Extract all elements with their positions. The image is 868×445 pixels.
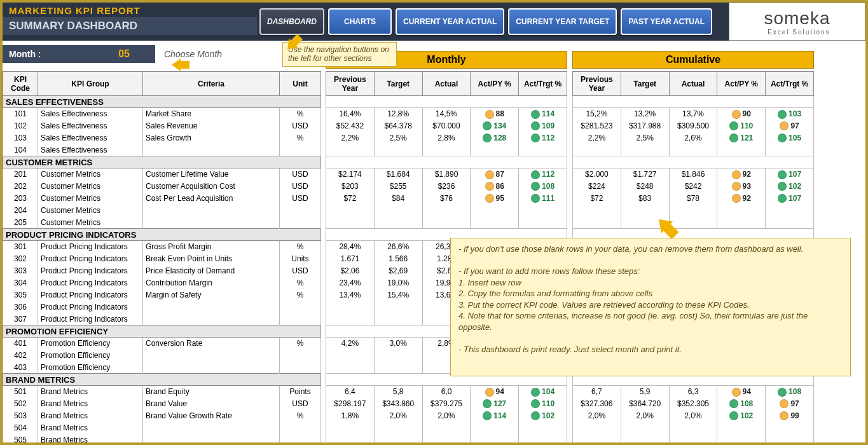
pct-cell: 102 — [519, 410, 567, 422]
data-cell: $1.684 — [374, 168, 422, 181]
data-cell — [422, 144, 471, 156]
data-cell: $236 — [422, 181, 471, 193]
data-cell: 28,4% — [326, 241, 375, 253]
data-cell: 2,0% — [573, 410, 621, 422]
data-cell: $317.988 — [621, 120, 669, 132]
data-cell: $352.305 — [669, 398, 717, 410]
nav-py-actual[interactable]: PAST YEAR ACTUAL — [621, 8, 712, 35]
data-cell — [422, 217, 471, 229]
data-cell — [669, 434, 717, 443]
data-cell — [326, 362, 375, 374]
data-cell: 4,2% — [326, 338, 375, 350]
pct-cell: 114 — [471, 410, 519, 422]
pct-cell: 87 — [471, 168, 519, 181]
table-row: 504Brand Metrics — [3, 422, 321, 434]
nav-charts[interactable]: CHARTS — [328, 8, 392, 35]
table-row: 6,45,86,094104 — [326, 386, 567, 398]
data-cell: $203 — [326, 181, 375, 193]
pct-cell: 88 — [471, 108, 519, 120]
pct-cell: 94 — [717, 386, 766, 398]
data-cell — [669, 144, 717, 156]
data-cell: 6,3 — [669, 386, 717, 398]
data-cell — [621, 422, 669, 434]
data-cell: $78 — [669, 193, 717, 205]
table-row: 301Product Pricing IndicatorsGross Profi… — [3, 241, 321, 253]
table-row — [326, 205, 567, 217]
table-row — [326, 217, 567, 229]
header-bar: MARKETING KPI REPORT SUMMARY DASHBOARD D… — [3, 3, 865, 41]
data-cell: $52.432 — [326, 120, 375, 132]
pct-cell: 108 — [766, 386, 814, 398]
data-cell — [374, 422, 422, 434]
nav-cy-actual[interactable]: CURRENT YEAR ACTUAL — [396, 8, 504, 35]
data-cell — [374, 205, 422, 217]
pct-cell: 127 — [471, 398, 519, 410]
data-cell — [621, 434, 669, 443]
nav-cy-target[interactable]: CURRENT YEAR TARGET — [508, 8, 617, 35]
table-row: 202Customer MetricsCustomer Acquisition … — [3, 181, 321, 193]
table-row: 505Brand Metrics — [3, 434, 321, 443]
data-cell — [621, 144, 669, 156]
data-cell: 2,0% — [374, 410, 422, 422]
table-row: 402Promotion Efficiency — [3, 350, 321, 362]
data-cell: 1.566 — [374, 253, 422, 265]
pct-cell: 99 — [766, 410, 814, 422]
table-row: 101Sales EffectivenessMarket Share% — [3, 108, 321, 120]
table-row: 6,75,96,394108 — [573, 386, 814, 398]
data-cell: $1.846 — [669, 168, 717, 181]
cumulative-header: Cumulative — [572, 51, 814, 69]
data-cell: 13,2% — [621, 108, 669, 120]
data-cell: 2,8% — [422, 132, 471, 144]
data-cell — [669, 422, 717, 434]
table-row — [573, 217, 814, 229]
data-cell — [374, 301, 422, 313]
data-cell — [374, 350, 422, 362]
data-cell: 13,7% — [669, 108, 717, 120]
data-cell: 2,0% — [621, 410, 669, 422]
data-cell — [422, 205, 471, 217]
pct-cell: 93 — [717, 181, 766, 193]
pct-cell: 110 — [717, 120, 766, 132]
data-cell: $83 — [621, 193, 669, 205]
data-cell — [326, 422, 375, 434]
arrow-icon — [165, 58, 191, 73]
table-row: 2,2%2,5%2,8%128112 — [326, 132, 567, 144]
data-cell: 2,5% — [621, 132, 669, 144]
pct-cell: 121 — [717, 132, 766, 144]
data-cell — [326, 217, 375, 229]
table-row: 2,0%2,0%2,0%10299 — [573, 410, 814, 422]
table-row: $327.306$364.720$352.30510897 — [573, 398, 814, 410]
data-cell — [573, 205, 621, 217]
data-cell: 14,5% — [422, 108, 471, 120]
kpi-table-left: KPI Code KPI Group Criteria Unit SALES E… — [3, 71, 321, 442]
data-cell — [326, 301, 375, 313]
pct-cell: 97 — [766, 120, 814, 132]
data-cell — [374, 362, 422, 374]
table-row — [326, 422, 567, 434]
data-cell — [422, 434, 471, 443]
nav-dashboard[interactable]: DASHBOARD — [259, 8, 324, 35]
data-cell — [326, 205, 375, 217]
table-row: $52.432$64.378$70.000134109 — [326, 120, 567, 132]
table-row: $72$83$7892107 — [573, 193, 814, 205]
table-row — [573, 205, 814, 217]
data-cell: $309.500 — [669, 120, 717, 132]
data-cell: $2,69 — [374, 265, 422, 277]
brand-logo: someka Excel Solutions — [729, 3, 865, 41]
table-row — [326, 434, 567, 443]
table-row: 306Product Pricing Indicators — [3, 301, 321, 313]
data-cell: 13,4% — [326, 289, 375, 301]
data-cell: 2,0% — [422, 410, 471, 422]
data-cell: 2,0% — [669, 410, 717, 422]
data-cell — [374, 313, 422, 325]
table-row: 501Brand MetricsBrand EquityPoints — [3, 386, 321, 398]
data-cell: $255 — [374, 181, 422, 193]
table-row — [326, 144, 567, 156]
data-cell: 6,0 — [422, 386, 471, 398]
pct-cell: 90 — [717, 108, 766, 120]
data-cell: 6,7 — [573, 386, 621, 398]
pct-cell: 128 — [471, 132, 519, 144]
data-cell: 16,4% — [326, 108, 375, 120]
data-cell — [326, 313, 375, 325]
table-row: 15,2%13,2%13,7%90103 — [573, 108, 814, 120]
